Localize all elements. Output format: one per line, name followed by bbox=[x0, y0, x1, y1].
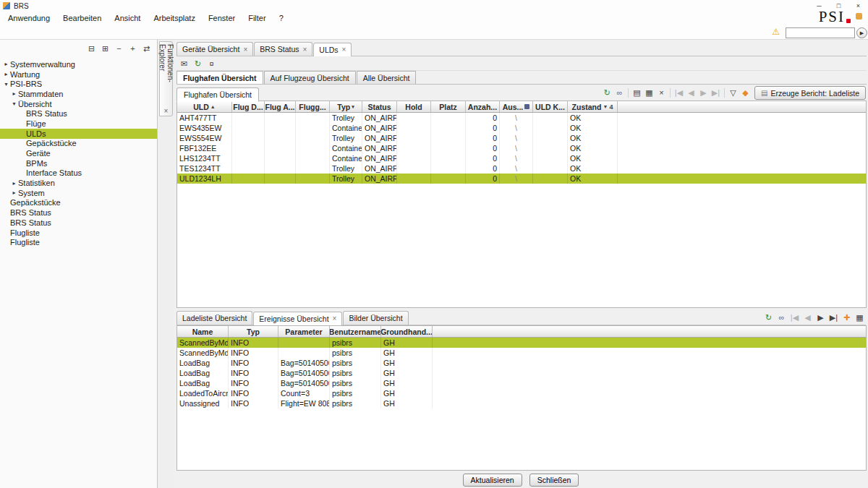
export-icon[interactable]: ▦ bbox=[643, 87, 655, 99]
link-with-editor-icon[interactable]: ⇄ bbox=[140, 43, 153, 54]
column-header-hold[interactable]: Hold bbox=[397, 101, 431, 112]
tab-close-icon[interactable]: × bbox=[243, 46, 247, 53]
tree-item-interface-status[interactable]: Interface Status bbox=[0, 168, 157, 179]
column-header-platz[interactable]: Platz bbox=[431, 101, 466, 112]
tree-expand-icon[interactable]: ▸ bbox=[2, 71, 10, 77]
table-row[interactable]: LoadedToAircraftINFOCount=3psibrsGH bbox=[177, 388, 866, 398]
table-row[interactable]: AHT477TTTrolleyON_AIRP...0\OK bbox=[177, 113, 866, 123]
column-header-benutzername[interactable]: Benutzername bbox=[330, 326, 381, 337]
table-row[interactable]: ULD1234LHTrolleyON_AIRP...0\OK bbox=[177, 174, 866, 184]
tree-item-gep-ckst-cke[interactable]: Gepäckstücke bbox=[0, 198, 157, 208]
link-icon[interactable]: ∞ bbox=[613, 87, 626, 99]
table-row[interactable]: EWS435EWContainerON_AIRP...0\OK bbox=[177, 123, 866, 133]
first-page-icon[interactable]: |◀ bbox=[788, 312, 801, 324]
tree-item-brs-status[interactable]: BRS Status bbox=[0, 207, 157, 218]
view-tab-alle-bersicht[interactable]: Alle Übersicht bbox=[357, 71, 417, 84]
refresh-icon[interactable]: ↻ bbox=[762, 312, 775, 324]
tab-close-icon[interactable]: × bbox=[303, 46, 307, 53]
tree-item-system[interactable]: ▸System bbox=[0, 188, 157, 198]
next-page-icon[interactable]: ▶ bbox=[814, 312, 827, 324]
first-page-icon[interactable]: |◀ bbox=[673, 87, 685, 99]
column-header-flug-a[interactable]: Flug A... bbox=[265, 101, 296, 112]
menu-item-ansicht[interactable]: Ansicht bbox=[108, 12, 147, 24]
close-button[interactable]: × bbox=[848, 0, 868, 12]
column-header-typ[interactable]: Typ▾ bbox=[330, 101, 362, 112]
mail-icon[interactable]: ✉ bbox=[178, 58, 190, 69]
refresh-icon[interactable]: ↻ bbox=[601, 87, 613, 99]
table-row[interactable]: UnassignedINFOFlight=EW 808psibrsGH bbox=[177, 398, 866, 408]
tree-item-fl-ge[interactable]: Flüge bbox=[0, 119, 157, 129]
tree-item-systemverwaltung[interactable]: ▸Systemverwaltung bbox=[0, 59, 157, 69]
inner-tab-flughafen-uebersicht[interactable]: Flughafen Übersicht bbox=[176, 87, 259, 102]
tree-item-bpms[interactable]: BPMs bbox=[0, 158, 157, 168]
save-icon[interactable]: ▤ bbox=[631, 87, 643, 99]
tree-expand-icon[interactable]: ▸ bbox=[2, 61, 10, 67]
tree-item-psi-brs[interactable]: ▾PSI-BRS bbox=[0, 79, 157, 89]
menu-item-item[interactable]: ? bbox=[273, 12, 290, 24]
menu-item-bearbeiten[interactable]: Bearbeiten bbox=[56, 12, 108, 24]
collapse-all-icon[interactable]: ⊟ bbox=[85, 43, 98, 54]
report-button[interactable]: ▤ Erzeuge Bericht: Ladeliste bbox=[754, 86, 866, 100]
funktionen-explorer-tab[interactable]: Funktionen-Explorer × bbox=[159, 41, 173, 116]
view-tab-auf-flugzeug-bersicht[interactable]: Auf Flugzeug Übersicht bbox=[264, 71, 356, 84]
menu-item-filter[interactable]: Filter bbox=[242, 12, 272, 24]
detail-tab-ereignisse-bersicht[interactable]: Ereignisse Übersicht× bbox=[253, 312, 342, 325]
link-icon[interactable]: ∞ bbox=[775, 312, 788, 324]
table-row[interactable]: EWS554EWTrolleyON_AIRP...0\OK bbox=[177, 133, 866, 143]
table-row[interactable]: LoadBagINFOBag=50140500...psibrsGH bbox=[177, 358, 866, 368]
detail-tab-ladeliste-bersicht[interactable]: Ladeliste Übersicht bbox=[176, 311, 252, 325]
tree-item-flugliste[interactable]: Flugliste bbox=[0, 228, 157, 238]
column-header-anzah[interactable]: Anzah... bbox=[466, 101, 500, 112]
column-header-uld-k[interactable]: ULD K... bbox=[533, 101, 568, 112]
table-row[interactable]: LHS1234TTContainerON_AIRP...0\OK bbox=[177, 153, 866, 163]
column-header-flug-d[interactable]: Flug D... bbox=[232, 101, 265, 112]
detail-tab-bilder-bersicht[interactable]: Bilder Übersicht bbox=[343, 311, 408, 325]
export-icon[interactable]: ▦ bbox=[854, 312, 866, 324]
tree-item-ger-te[interactable]: Geräte bbox=[0, 148, 157, 158]
tree-item-gep-ckst-cke[interactable]: Gepäckstücke bbox=[0, 139, 157, 149]
column-header-aus[interactable]: Aus... bbox=[500, 101, 533, 112]
remove-icon[interactable]: − bbox=[113, 43, 125, 54]
table-row[interactable]: TES1234TTTrolleyON_AIRP...0\OK bbox=[177, 163, 866, 174]
tree-item-flugliste[interactable]: Flugliste bbox=[0, 237, 157, 247]
column-header-flugg[interactable]: Flugg... bbox=[296, 101, 330, 112]
tree-item-statistiken[interactable]: ▸Statistiken bbox=[0, 178, 157, 188]
search-input[interactable] bbox=[786, 27, 855, 38]
last-page-icon[interactable]: ▶| bbox=[710, 87, 722, 99]
tree-item-wartung[interactable]: ▸Wartung bbox=[0, 69, 157, 80]
tree-expand-icon[interactable]: ▸ bbox=[10, 90, 18, 97]
editor-tab-brs-status[interactable]: BRS Status× bbox=[254, 42, 312, 56]
expand-all-icon[interactable]: ⊞ bbox=[99, 43, 111, 54]
warning-icon[interactable]: ⚠ bbox=[772, 27, 780, 36]
pin-icon[interactable]: ◆ bbox=[739, 87, 752, 99]
table-row[interactable]: FBF132EEContainerON_AIRP...0\OK bbox=[177, 143, 866, 153]
editor-tab-ulds[interactable]: ULDs× bbox=[313, 43, 352, 56]
lamp-icon[interactable]: ¤ bbox=[205, 58, 218, 69]
tree-item-ulds[interactable]: ULDs bbox=[0, 129, 157, 139]
next-page-icon[interactable]: ▶ bbox=[697, 87, 710, 99]
table-row[interactable]: ScannedByMdtINFOpsibrsGH bbox=[177, 338, 866, 348]
prev-page-icon[interactable]: ◀ bbox=[685, 87, 697, 99]
refresh-icon[interactable]: ↻ bbox=[192, 58, 204, 69]
refresh-button[interactable]: Aktualisieren bbox=[463, 474, 522, 487]
run-search-button[interactable]: ▶ bbox=[856, 27, 867, 38]
column-header-zustand[interactable]: Zustand▼4 bbox=[568, 101, 618, 112]
column-header-status[interactable]: Status bbox=[362, 101, 397, 112]
tab-close-icon[interactable]: × bbox=[333, 314, 337, 322]
column-header-parameter[interactable]: Parameter bbox=[278, 326, 330, 337]
tree-item-stammdaten[interactable]: ▸Stammdaten bbox=[0, 89, 157, 99]
menu-item-fenster[interactable]: Fenster bbox=[202, 12, 242, 24]
tree-collapse-icon[interactable]: ▾ bbox=[2, 81, 10, 87]
menu-item-arbeitsplatz[interactable]: Arbeitsplatz bbox=[147, 12, 201, 24]
table-row[interactable]: LoadBagINFOBag=50140500...psibrsGH bbox=[177, 378, 866, 388]
menu-item-anwendung[interactable]: Anwendung bbox=[1, 12, 56, 24]
tab-close-icon[interactable]: × bbox=[342, 46, 346, 53]
last-page-icon[interactable]: ▶| bbox=[827, 312, 840, 324]
delete-icon[interactable]: × bbox=[655, 87, 668, 99]
pin-icon[interactable]: ✚ bbox=[841, 312, 853, 324]
tree-item-brs-status[interactable]: BRS Status bbox=[0, 218, 157, 228]
close-dialog-button[interactable]: Schließen bbox=[529, 474, 579, 487]
table-row[interactable]: LoadBagINFOBag=50140500...psibrsGH bbox=[177, 368, 866, 378]
tree-item-bersicht[interactable]: ▾Übersicht bbox=[0, 99, 157, 109]
editor-tab-ger-te-bersicht[interactable]: Geräte Übersicht× bbox=[176, 42, 253, 56]
